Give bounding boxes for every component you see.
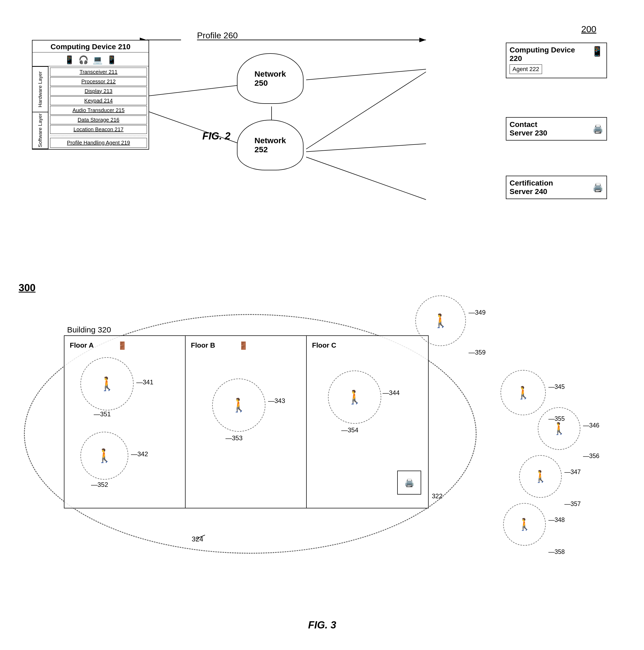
person-343-icon: 🚶 [230,397,247,413]
person-341-icon: 🚶 [99,376,115,392]
fig3-label: FIG. 3 [308,619,336,631]
person-345-icon: 🚶 [516,386,531,400]
ref-359: —359 [469,349,486,356]
person-344-icon: 🚶 [346,389,363,405]
ref-341: —341 [136,378,153,386]
profile-handling-agent-row: Profile Handling Agent 219 [50,138,147,148]
laptop-icon: 💻 [93,55,103,64]
location-beacon-row: Location Beacon 217 [50,125,147,134]
network-250-label: Network250 [254,69,286,87]
ref-351: —351 [94,410,111,418]
cert-server-text: CertificationServer 240 [509,179,553,196]
ref-343: —343 [268,397,285,405]
cd220-title: Computing Device220 [509,46,575,63]
cert-server-240: CertificationServer 240 🖨️ [506,176,607,199]
ref-346: —346 [583,422,599,429]
contact-server-230: ContactServer 230 🖨️ [506,117,607,141]
person-circle-358: 🚶 [503,503,546,546]
hw-label: Hardware Layer [33,66,48,112]
network-250: Network250 [237,53,303,104]
fig2-diagram: 200 Profile 260 Compu [16,16,628,256]
contact-server-icon: 🖨️ [593,124,603,134]
cd210-title: Computing Device 210 [33,40,149,52]
ref-352: —352 [91,481,108,489]
cd220-device-icon: 📱 [591,46,603,57]
sw-section: Profile Handling Agent 219 [50,136,147,148]
floor-a-label: Floor A [70,341,94,350]
person-342-icon: 🚶 [96,448,113,463]
headphones-icon: 🎧 [78,55,88,64]
phone-icon: 📱 [64,55,74,64]
ref-200: 200 [581,24,596,34]
ref-322: 322 [432,493,442,500]
floor-c: Floor C 🚶 —344 —354 🖨️ 322 [307,336,429,508]
profile-label: Profile 260 [197,31,238,40]
contact-server-text: ContactServer 230 [509,120,547,137]
processor-row: Processor 212 [50,77,147,86]
sw-label-text: Software Layer [36,112,44,148]
svg-line-8 [306,144,426,152]
network-252-label: Network252 [254,136,286,154]
floor-b-label: Floor B [191,341,215,350]
keypad-row: Keypad 214 [50,96,147,105]
person-circle-357: 🚶 [519,455,562,498]
computing-device-210: Computing Device 210 📱 🎧 💻 📱 Hardware La… [32,40,149,150]
sw-label: Software Layer [33,112,48,149]
floor-c-label: Floor C [312,341,336,350]
server-322-icon: 🖨️ [398,471,421,494]
server-322: 🖨️ [397,471,421,495]
hw-section: Transceiver 211 Processor 212 Display 21… [50,68,147,136]
svg-line-5 [306,69,426,80]
cd210-icons: 📱 🎧 💻 📱 [33,52,149,66]
ref-347: —347 [564,468,581,476]
person-347-icon: 🚶 [533,470,548,483]
ref-300: 300 [19,282,35,294]
ref-342: —342 [131,450,148,458]
floor-a-door: 🚪 [118,341,127,350]
cert-server-icon: 🖨️ [593,182,603,192]
transceiver-row: Transceiver 211 [50,68,147,76]
ref-354: —354 [341,426,358,434]
svg-line-7 [306,72,426,149]
person-circle-356: 🚶 [538,407,580,450]
components-col: Transceiver 211 Processor 212 Display 21… [48,66,149,149]
ref-324: 324 [192,535,203,543]
ref-345: —345 [548,383,565,391]
person-346-icon: 🚶 [552,422,567,435]
ref-349: —349 [469,309,486,316]
person-circle-352: 🚶 [80,432,128,480]
ref-348: —348 [548,516,565,523]
svg-line-4 [149,85,240,96]
building-label: Building 320 [67,325,111,334]
display-row: Display 213 [50,87,147,96]
data-storage-row: Data Storage 216 [50,115,147,124]
ref-344: —344 [383,389,400,397]
network-252: Network252 [237,120,303,170]
floor-a: Floor A 🚪 🚶 —341 —351 🚶 —342 —352 [64,336,185,508]
layers-wrapper: Hardware Layer Software Layer Transceive… [33,66,149,149]
audio-transducer-row: Audio Transducer 215 [50,106,147,115]
computing-device-220: Computing Device220 Agent 222 📱 [506,43,607,78]
person-348-icon: 🚶 [517,517,532,531]
agent-222: Agent 222 [509,64,542,74]
svg-line-9 [306,157,426,200]
floor-b-door: 🚪 [239,341,248,350]
person-349-icon: 🚶 [432,313,449,328]
fig3-diagram: 300 324 Building 320 Floor A 🚪 🚶 —341 —3… [16,280,628,639]
floor-b: Floor B 🚪 🚶 —343 —353 [185,336,307,508]
building-320: Building 320 Floor A 🚪 🚶 —341 —351 🚶 —34… [64,335,429,508]
person-circle-354: 🚶 [328,370,381,424]
ref-357: —357 [564,500,581,508]
person-circle-355: 🚶 [501,370,546,415]
person-circle-353: 🚶 [212,378,265,432]
ref-353: —353 [225,434,243,442]
ref-358: —358 [548,548,565,555]
person-circle-351: 🚶 [80,357,134,410]
layer-labels-col: Hardware Layer Software Layer [33,66,48,149]
ref-356: —356 [583,453,599,460]
hw-label-text: Hardware Layer [36,70,44,108]
fig2-label: FIG. 2 [202,131,230,142]
phone2-icon: 📱 [107,55,117,64]
person-circle-359: 🚶 [415,295,466,346]
